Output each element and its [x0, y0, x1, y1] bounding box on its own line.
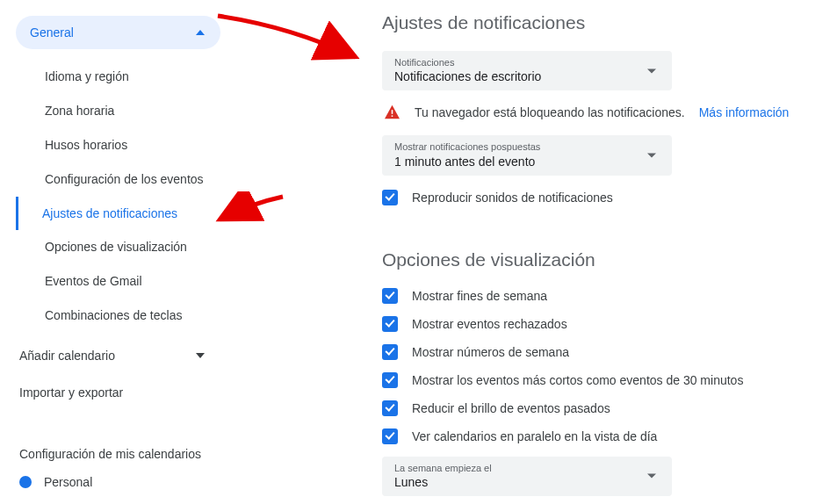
sidebar-section-general[interactable]: General [16, 16, 220, 49]
calendar-color-dot-icon [19, 476, 32, 488]
sidebar-item-label: Eventos de Gmail [45, 274, 142, 288]
sidebar-item-label: Ajustes de notificaciones [42, 206, 177, 220]
checkbox-label: Reducir el brillo de eventos pasados [412, 401, 610, 415]
checkbox-checked-icon [382, 372, 398, 388]
sidebar-item-timezone[interactable]: Zona horaria [16, 94, 220, 128]
sidebar-section-import-export[interactable]: Importar y exportar [16, 377, 220, 408]
show-week-numbers-checkbox[interactable]: Mostrar números de semana [382, 344, 812, 360]
sidebar-item-label: Idioma y región [45, 69, 129, 83]
checkbox-checked-icon [382, 428, 398, 444]
section-title-view-options: Opciones de visualización [382, 249, 812, 270]
checkbox-label: Mostrar eventos rechazados [412, 317, 567, 331]
sidebar-item-keyboard-shortcuts[interactable]: Combinaciones de teclas [16, 299, 220, 333]
sidebar-item-notification-settings[interactable]: Ajustes de notificaciones [16, 197, 220, 231]
more-info-link[interactable]: Más información [699, 105, 790, 119]
warning-triangle-icon [384, 104, 400, 119]
select-value: 1 minuto antes del evento [394, 154, 637, 169]
checkbox-label: Mostrar fines de semana [412, 289, 547, 303]
sidebar-calendar-personal[interactable]: Personal [16, 463, 220, 489]
checkbox-label: Mostrar los eventos más cortos como even… [412, 373, 743, 387]
sidebar-item-gmail-events[interactable]: Eventos de Gmail [16, 264, 220, 299]
dropdown-arrow-icon [647, 474, 656, 479]
dropdown-arrow-icon [647, 154, 656, 158]
settings-sidebar: General Idioma y región Zona horaria Hus… [0, 0, 233, 504]
sidebar-item-label: Zona horaria [45, 104, 114, 118]
checkbox-label: Reproducir sonidos de notificaciones [412, 191, 613, 205]
play-notification-sounds-checkbox[interactable]: Reproducir sonidos de notificaciones [382, 190, 812, 205]
chevron-down-icon [196, 353, 205, 358]
week-starts-on-select[interactable]: La semana empieza el Lunes [382, 457, 672, 496]
sidebar-add-calendar-label: Añadir calendario [19, 349, 115, 363]
show-weekends-checkbox[interactable]: Mostrar fines de semana [382, 288, 812, 304]
warning-text: Tu navegador está bloqueando las notific… [415, 105, 685, 119]
sidebar-item-label: Husos horarios [45, 138, 127, 152]
notifications-type-select[interactable]: Notificaciones Notificaciones de escrito… [382, 51, 672, 90]
sidebar-import-export-label: Importar y exportar [19, 385, 123, 400]
checkbox-checked-icon [382, 316, 398, 332]
svg-rect-0 [392, 111, 393, 115]
checkbox-checked-icon [382, 190, 398, 205]
section-title-notification-settings: Ajustes de notificaciones [382, 12, 812, 33]
show-short-events-as-30min-checkbox[interactable]: Mostrar los eventos más cortos como even… [382, 372, 812, 388]
select-label: Notificaciones [394, 57, 637, 68]
dim-past-events-checkbox[interactable]: Reducir el brillo de eventos pasados [382, 400, 812, 416]
sidebar-section-add-calendar[interactable]: Añadir calendario [16, 340, 220, 371]
sidebar-calendar-personal-label: Personal [44, 475, 92, 489]
chevron-up-icon [196, 30, 205, 35]
sidebar-item-language-region[interactable]: Idioma y región [16, 60, 220, 94]
sidebar-item-view-options[interactable]: Opciones de visualización [16, 230, 220, 264]
svg-rect-1 [392, 116, 393, 118]
select-value: Notificaciones de escritorio [394, 68, 637, 84]
sidebar-item-label: Configuración de los eventos [45, 172, 204, 186]
notifications-blocked-warning: Tu navegador está bloqueando las notific… [384, 104, 812, 119]
dropdown-arrow-icon [647, 68, 656, 73]
checkbox-checked-icon [382, 344, 398, 360]
sidebar-item-label: Opciones de visualización [45, 240, 187, 254]
sidebar-my-calendars-heading: Configuración de mis calendarios [16, 445, 220, 463]
sidebar-section-general-label: General [30, 25, 74, 40]
checkbox-label: Ver calendarios en paralelo en la vista … [412, 429, 657, 443]
snoozed-notifications-select[interactable]: Mostrar notificaciones pospuestas 1 minu… [382, 135, 672, 175]
checkbox-checked-icon [382, 288, 398, 304]
sidebar-item-label: Combinaciones de teclas [45, 308, 182, 322]
sidebar-item-event-settings[interactable]: Configuración de los eventos [16, 162, 220, 197]
settings-main: Ajustes de notificaciones Notificaciones… [233, 0, 837, 504]
select-label: Mostrar notificaciones pospuestas [394, 141, 637, 153]
checkbox-label: Mostrar números de semana [412, 345, 569, 359]
sidebar-item-world-clocks[interactable]: Husos horarios [16, 128, 220, 162]
show-declined-events-checkbox[interactable]: Mostrar eventos rechazados [382, 316, 812, 332]
checkbox-checked-icon [382, 400, 398, 416]
side-by-side-calendars-checkbox[interactable]: Ver calendarios en paralelo en la vista … [382, 428, 812, 444]
select-label: La semana empieza el [394, 463, 637, 474]
select-value: Lunes [394, 474, 637, 490]
sidebar-general-items: Idioma y región Zona horaria Husos horar… [16, 60, 220, 333]
